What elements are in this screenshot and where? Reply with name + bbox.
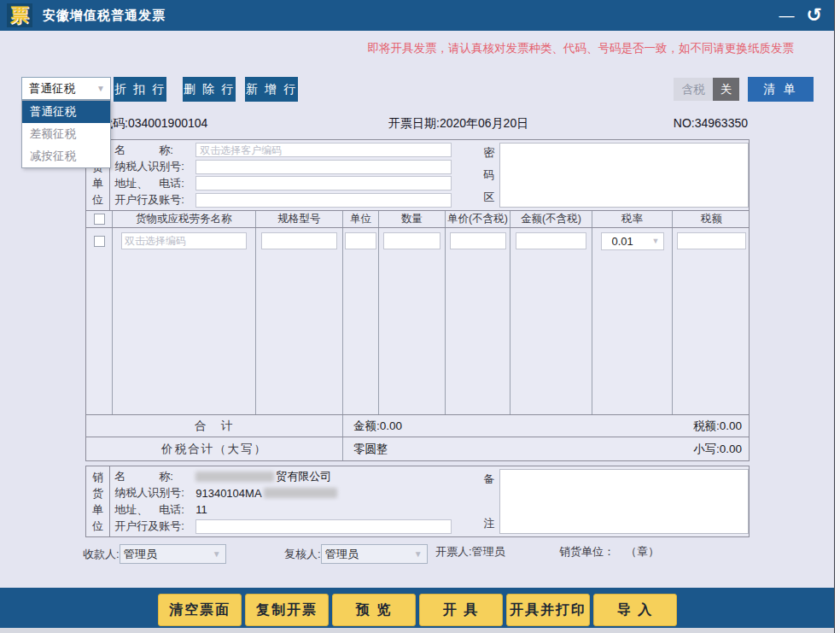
- grand-total-numeric: 小写:0.00: [693, 442, 742, 457]
- seller-taxid-visible: 91340104MA: [195, 487, 261, 500]
- amount-input[interactable]: [516, 232, 587, 249]
- password-area-box[interactable]: [499, 143, 749, 208]
- unit-input[interactable]: [345, 232, 376, 249]
- remark-label: 备 注: [478, 466, 499, 536]
- seller-name-visible: 贸有限公司: [276, 469, 331, 484]
- col-unit: 单位: [342, 211, 378, 227]
- seller-bank-label: 开户行及账号:: [114, 519, 195, 534]
- items-table-body: [85, 254, 750, 414]
- payee-label: 收款人:: [83, 547, 120, 562]
- copy-invoice-button[interactable]: 复制开票: [245, 594, 329, 626]
- col-amount: 金额(不含税): [510, 211, 592, 227]
- seller-bank-input[interactable]: [195, 519, 452, 534]
- seller-taxid-label: 纳税人识别号:: [114, 485, 195, 501]
- items-table-row: 0.01 ▼: [85, 228, 750, 254]
- chevron-down-icon: ▼: [213, 549, 221, 559]
- window-frame: 票 安徽增值税普通发票 — ↺ 即将开具发票，请认真核对发票种类、代码、号码是否…: [0, 0, 834, 633]
- col-unit-price: 单价(不含税): [445, 211, 510, 227]
- buyer-taxid-label: 纳税人识别号:: [114, 159, 195, 174]
- tax-mode-dropdown-list: 普通征税 差额征税 减按征税: [21, 100, 111, 168]
- import-button[interactable]: 导 入: [593, 594, 677, 626]
- buyer-form: 名 称: 纳税人识别号: 地址、 电话: 开户行及账号:: [110, 140, 478, 210]
- tax-mode-selected-value: 普通征税: [29, 81, 75, 97]
- invoice-date: 开票日期:2020年06月20日: [388, 116, 528, 132]
- unit-price-input[interactable]: [450, 232, 506, 249]
- totals-tax: 税额:0.00: [693, 419, 742, 434]
- seller-seal-text: 销货单位： （章）: [559, 544, 659, 560]
- chevron-down-icon: ▼: [96, 84, 105, 93]
- delete-row-button[interactable]: 删 除 行: [183, 77, 236, 102]
- invoice-number: NO:34963350: [674, 116, 748, 130]
- quantity-input[interactable]: [383, 232, 441, 249]
- remark-textarea[interactable]: [499, 469, 749, 534]
- invoice-code: 代码:034001900104: [101, 116, 207, 132]
- totals-label: 合 计: [86, 415, 342, 437]
- tax-included-toggle-state[interactable]: 关: [713, 78, 739, 101]
- buyer-bank-input[interactable]: [195, 193, 452, 208]
- redacted-seller-name: [195, 472, 274, 482]
- seller-address-value: 11: [195, 503, 207, 516]
- col-quantity: 数量: [378, 211, 445, 227]
- invoice-meta-row: 代码:034001900104 开票日期:2020年06月20日 NO:3496…: [85, 116, 750, 133]
- dropdown-option-general-tax[interactable]: 普通征税: [22, 101, 110, 123]
- spec-input[interactable]: [261, 232, 337, 249]
- grand-total-words: 零圆整: [353, 442, 388, 457]
- row-checkbox[interactable]: [94, 236, 105, 247]
- chevron-down-icon: ▼: [414, 549, 423, 559]
- invoice-ticket-icon: 票: [7, 3, 32, 27]
- seller-address-label: 地址、 电话:: [114, 502, 195, 518]
- seller-name-label: 名 称:: [114, 469, 195, 484]
- totals-row: 合 计 金额:0.00 税额:0.00: [85, 414, 750, 437]
- col-goods-name: 货物或应税劳务名称: [112, 211, 255, 227]
- discount-row-button[interactable]: 折 扣 行: [114, 77, 166, 102]
- buyer-address-input[interactable]: [195, 176, 452, 190]
- dropdown-option-reduced-tax[interactable]: 减按征税: [22, 145, 110, 167]
- buyer-taxid-input[interactable]: [195, 160, 452, 174]
- payee-select[interactable]: 管理员 ▼: [120, 544, 226, 564]
- seller-section-label-column: 销货单位: [86, 466, 110, 536]
- tax-rate-value: 0.01: [612, 235, 633, 248]
- window-right-edge: [834, 0, 840, 633]
- buyer-address-label: 地址、 电话:: [114, 176, 195, 191]
- back-undo-icon[interactable]: ↺: [807, 6, 822, 25]
- totals-amount: 金额:0.00: [353, 419, 402, 434]
- col-tax-amount: 税额: [672, 211, 750, 227]
- issue-and-print-button[interactable]: 开具并打印: [506, 594, 590, 626]
- tax-amount-input[interactable]: [677, 232, 745, 249]
- seller-form: 名 称: 贸有限公司 纳税人识别号: 91340104MA 地址、 电话:: [110, 466, 478, 536]
- bottom-action-bar: [0, 588, 834, 628]
- grand-total-row: 价税合计（大写） 零圆整 小写:0.00: [85, 437, 750, 461]
- password-area-label: 密 码 区: [478, 140, 499, 210]
- items-table-header: 货物或应税劳务名称 规格型号 单位 数量 单价(不含税) 金额(不含税) 税率 …: [85, 211, 750, 228]
- col-spec: 规格型号: [255, 211, 342, 227]
- minimize-icon[interactable]: —: [779, 8, 795, 23]
- list-button[interactable]: 清 单: [748, 77, 814, 102]
- buyer-section: 购货单位 名 称: 纳税人识别号: 地址、 电话: 开户行及账号:: [85, 139, 750, 211]
- drawer-text: 开票人:管理员: [435, 544, 505, 560]
- redacted-seller-taxid: [264, 488, 337, 498]
- seller-section: 销货单位 名 称: 贸有限公司 纳税人识别号: 91340104MA: [85, 466, 750, 537]
- tax-mode-select[interactable]: 普通征税 ▼: [21, 77, 111, 100]
- reviewer-select[interactable]: 管理员 ▼: [321, 544, 428, 564]
- grand-total-label: 价税合计（大写）: [86, 437, 342, 460]
- tax-rate-select[interactable]: 0.01 ▼: [601, 232, 664, 250]
- col-tax-rate: 税率: [592, 211, 672, 227]
- buyer-bank-label: 开户行及账号:: [114, 192, 195, 208]
- select-all-checkbox[interactable]: [94, 214, 105, 225]
- invoice-app-window: 票 安徽增值税普通发票 — ↺ 即将开具发票，请认真核对发票种类、代码、号码是否…: [0, 0, 840, 633]
- add-row-button[interactable]: 新 增 行: [245, 77, 298, 102]
- goods-name-input[interactable]: [121, 232, 247, 249]
- chevron-down-icon: ▼: [652, 237, 660, 245]
- invoice-warning-text: 即将开具发票，请认真核对发票种类、代码、号码是否一致，如不同请更换纸质发票: [0, 41, 794, 56]
- buyer-name-label: 名 称:: [114, 143, 195, 158]
- issue-button[interactable]: 开 具: [419, 594, 503, 626]
- title-bar: 票 安徽增值税普通发票 — ↺: [0, 0, 834, 31]
- dropdown-option-diff-tax[interactable]: 差额征税: [22, 123, 110, 145]
- preview-button[interactable]: 预 览: [332, 594, 416, 626]
- buyer-name-input[interactable]: [195, 143, 452, 157]
- window-title: 安徽增值税普通发票: [43, 8, 166, 24]
- reviewer-label: 复核人:: [284, 547, 321, 562]
- seller-section-label: 销货单位: [92, 469, 104, 534]
- tax-included-toggle-label[interactable]: 含税: [674, 78, 713, 101]
- clear-invoice-button[interactable]: 清空票面: [158, 594, 242, 626]
